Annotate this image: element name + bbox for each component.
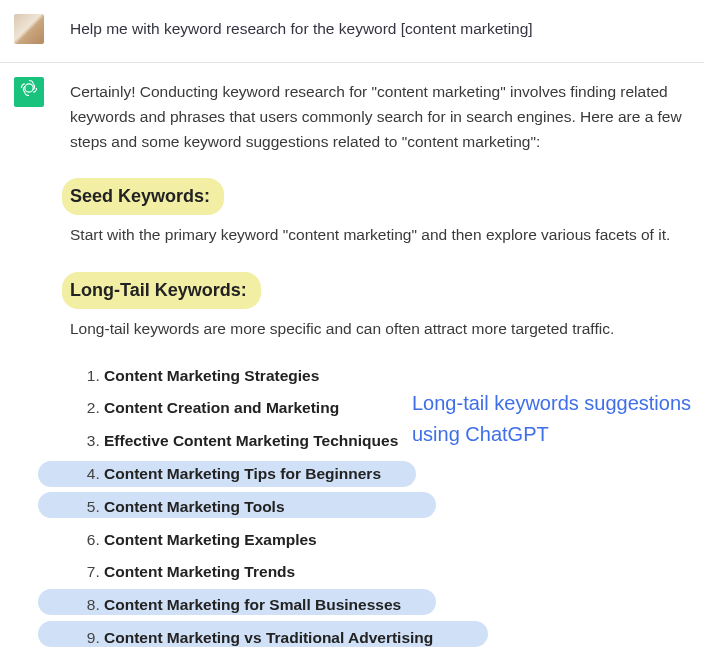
list-item-text: Content Marketing Tools: [104, 498, 285, 515]
list-item-text: Content Marketing for Small Businesses: [104, 596, 401, 613]
list-item: Content Marketing Trends: [104, 560, 686, 585]
list-item: Content Marketing Tools: [104, 495, 686, 520]
user-avatar: [14, 14, 44, 44]
assistant-message: Certainly! Conducting keyword research f…: [0, 63, 704, 655]
seed-keywords-body: Start with the primary keyword "content …: [70, 223, 686, 248]
svg-point-0: [25, 84, 33, 92]
user-content: Help me with keyword research for the ke…: [70, 14, 686, 42]
list-item-text: Content Creation and Marketing: [104, 399, 339, 416]
assistant-content: Certainly! Conducting keyword research f…: [70, 77, 686, 655]
user-prompt-text: Help me with keyword research for the ke…: [70, 17, 686, 42]
list-item: Content Marketing for Small Businesses: [104, 593, 686, 618]
list-item: Content Marketing vs Traditional Adverti…: [104, 626, 686, 651]
list-item: Content Marketing Examples: [104, 528, 686, 553]
list-item-text: Content Marketing Examples: [104, 531, 317, 548]
list-item: Content Marketing Strategies: [104, 364, 686, 389]
list-item-text: Content Marketing vs Traditional Adverti…: [104, 629, 433, 646]
user-message: Help me with keyword research for the ke…: [0, 0, 704, 63]
list-item-text: Content Marketing Tips for Beginners: [104, 465, 381, 482]
longtail-keywords-body: Long-tail keywords are more specific and…: [70, 317, 686, 342]
list-item-text: Content Marketing Trends: [104, 563, 295, 580]
list-item-text: Effective Content Marketing Techniques: [104, 432, 398, 449]
seed-keywords-heading: Seed Keywords:: [62, 178, 224, 215]
openai-logo-icon: [19, 78, 39, 106]
assistant-intro: Certainly! Conducting keyword research f…: [70, 80, 686, 154]
list-item-text: Content Marketing Strategies: [104, 367, 319, 384]
assistant-avatar: [14, 77, 44, 107]
list-item: Content Marketing Tips for Beginners: [104, 462, 686, 487]
longtail-keywords-heading: Long-Tail Keywords:: [62, 272, 261, 309]
annotation-callout: Long-tail keywords suggestions using Cha…: [412, 388, 692, 450]
